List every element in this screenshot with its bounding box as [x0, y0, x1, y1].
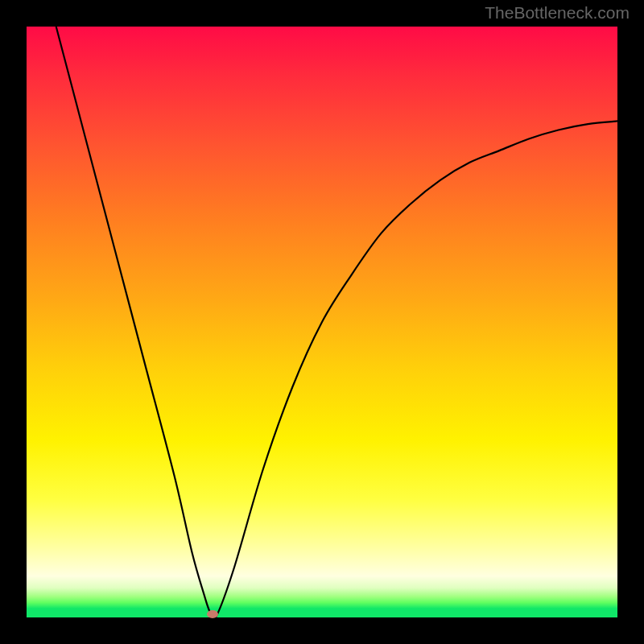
watermark-text: TheBottleneck.com: [485, 3, 630, 23]
plot-area: [27, 27, 617, 617]
bottleneck-curve: [56, 27, 617, 617]
curve-svg: [27, 27, 617, 617]
